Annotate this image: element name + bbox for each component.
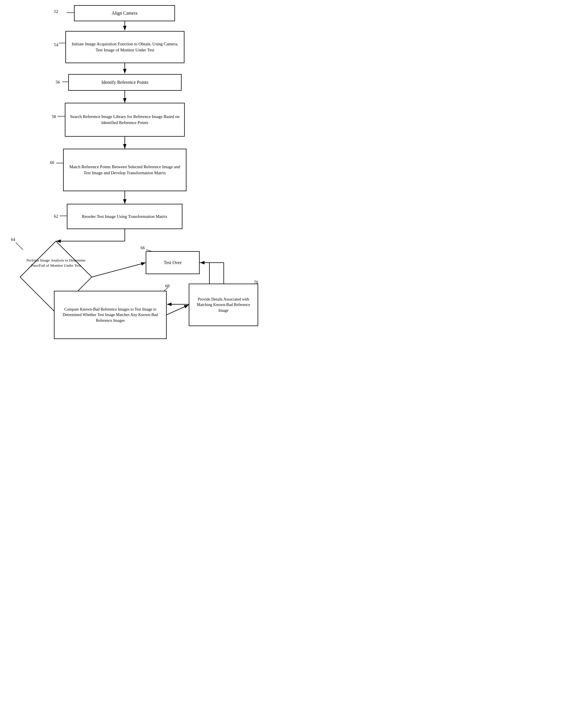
flowchart-diagram: Align Camera Initiate Image Acquisition … — [0, 0, 288, 364]
label-60: 60 — [50, 160, 54, 165]
box-match-reference-points: Match Reference Points Between Selected … — [63, 149, 186, 191]
diamond-perform-analysis-text: Perform Image Analysis to Determine Pass… — [20, 258, 92, 268]
box-reorder-test-image: Reorder Test Image Using Transformation … — [67, 204, 182, 229]
box-identify-text: Identify Reference Points — [102, 79, 149, 85]
box-initiate-image-acquisition: Initiate Image Acquisition Function to O… — [65, 31, 184, 63]
label-58: 58 — [52, 114, 56, 119]
label-54: 54 — [54, 43, 58, 47]
label-66: 66 — [141, 245, 145, 250]
label-64: 64 — [11, 237, 15, 242]
box-align-camera-text: Align Camera — [112, 10, 137, 16]
svg-line-15 — [166, 305, 189, 315]
box-provide-text: Provide Details Associated with Matching… — [193, 297, 254, 314]
box-search-reference-library: Search Reference Image Library for Refer… — [65, 103, 185, 137]
label-62: 62 — [54, 214, 58, 219]
label-70: 70 — [254, 280, 258, 285]
box-test-over: Test Over — [146, 251, 200, 274]
label-52: 52 — [54, 9, 58, 14]
box-compare-known-bad: Compare Known-Bad Reference Images to Te… — [54, 291, 167, 339]
svg-line-9 — [92, 263, 146, 277]
box-test-over-text: Test Over — [164, 260, 181, 266]
box-initiate-text: Initiate Image Acquisition Function to O… — [69, 41, 180, 53]
svg-line-24 — [16, 243, 23, 250]
box-provide-details: Provide Details Associated with Matching… — [189, 284, 258, 326]
box-compare-text: Compare Known-Bad Reference Images to Te… — [58, 306, 163, 324]
box-match-text: Match Reference Points Between Selected … — [67, 164, 182, 176]
box-reorder-text: Reorder Test Image Using Transformation … — [82, 214, 167, 220]
box-align-camera: Align Camera — [74, 5, 175, 21]
box-identify-reference-points: Identify Reference Points — [68, 74, 181, 91]
label-56: 56 — [56, 80, 60, 85]
label-68: 68 — [165, 284, 170, 289]
box-search-text: Search Reference Image Library for Refer… — [69, 114, 181, 126]
